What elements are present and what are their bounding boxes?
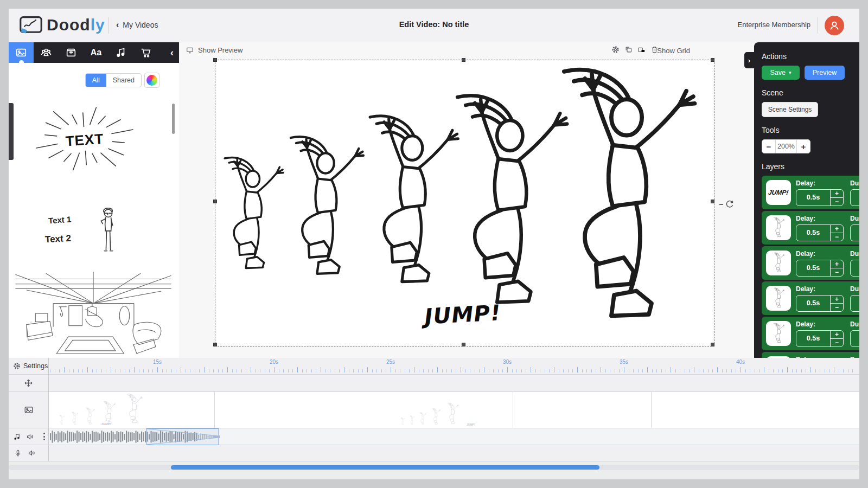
ruler-time-label: 15s [153, 359, 162, 365]
rotate-connector [719, 204, 723, 205]
drawing-canvas[interactable]: JUMP! [216, 61, 713, 345]
zoom-control: − 200% + [762, 139, 810, 153]
asset-text-character[interactable]: Text 1 Text 2 [39, 208, 142, 258]
speaker-icon[interactable] [28, 449, 36, 457]
timeline-voice-track[interactable] [9, 445, 859, 461]
asset-tabbar: Aa ‹ [9, 42, 179, 63]
scene-settings-button[interactable]: Scene Settings [762, 102, 818, 117]
delay-decrement-button[interactable]: − [831, 198, 843, 206]
timeline-scene-track[interactable]: JUMP!JUMP! [9, 392, 859, 428]
user-avatar[interactable] [825, 16, 844, 35]
layer-card[interactable]: Delay: 0.5s + − Duration: 0.5s + − [762, 281, 859, 315]
gear-icon[interactable] [611, 46, 620, 54]
delay-decrement-button[interactable]: − [831, 339, 843, 346]
my-videos-back-link[interactable]: ‹ My Videos [116, 20, 158, 30]
delay-increment-button[interactable]: + [831, 331, 843, 339]
show-grid-toggle[interactable]: Show Grid [657, 47, 690, 55]
speaker-icon[interactable] [26, 433, 34, 441]
track-menu-icon[interactable] [43, 433, 45, 440]
zoom-in-button[interactable]: + [797, 140, 810, 153]
collapsed-side-panel-tab[interactable] [9, 103, 14, 160]
zoom-level-value: 200% [775, 140, 797, 153]
selection-handle-sw[interactable] [213, 343, 217, 346]
filter-shared-button[interactable]: Shared [106, 74, 141, 87]
sidebar-tab-sounds[interactable] [108, 42, 133, 63]
timeline-move-row [9, 375, 859, 392]
zoom-out-button[interactable]: − [762, 140, 775, 153]
delay-increment-button[interactable]: + [831, 260, 843, 268]
canvas-jump-text: JUMP! [423, 300, 503, 329]
delay-decrement-button[interactable]: − [831, 268, 843, 276]
svg-text:JUMP!: JUMP! [101, 422, 111, 426]
selection-handle-e[interactable] [711, 200, 714, 203]
audio-waveform[interactable] [49, 428, 859, 445]
asset-room-scene[interactable] [15, 269, 171, 355]
layer-card[interactable]: Delay: 0.5s + − Duration: 0.5s + − [762, 246, 859, 280]
preview-button[interactable]: Preview [805, 66, 845, 80]
layer-delay-stepper: 0.5s + − [796, 295, 844, 312]
delay-decrement-button[interactable]: − [831, 304, 843, 311]
layers-heading: Layers [762, 162, 859, 171]
timeline-settings-button[interactable]: Settings [9, 358, 49, 374]
filter-all-button[interactable]: All [86, 74, 106, 87]
sidebar-collapse-button[interactable]: ‹ [165, 42, 179, 63]
figure-sketch-icon [770, 252, 787, 274]
rotate-control [719, 200, 735, 209]
delay-increment-button[interactable]: + [831, 225, 843, 233]
layer-card[interactable]: Delay: 0.5s + − Duration: 0.5s + − [762, 317, 859, 350]
svg-text:JUMP!: JUMP! [467, 423, 475, 426]
scene-heading: Scene [762, 88, 859, 97]
timeline-panel: Settings 15s20s25s30s35s40s JUMP!JUMP! [9, 358, 859, 479]
doodly-logo[interactable]: Doodly [18, 15, 105, 35]
layer-delay-value: 0.5s [796, 225, 830, 241]
timeline-music-track[interactable] [9, 428, 859, 445]
sidebar-scrollbar[interactable] [172, 104, 175, 134]
chevron-down-icon: ▾ [789, 70, 792, 75]
show-preview-toggle[interactable]: Show Preview [186, 46, 242, 54]
scrollbar-thumb[interactable] [171, 465, 599, 470]
sidebar-tab-characters[interactable] [34, 42, 59, 63]
layer-thumbnail: JUMP! [766, 180, 791, 205]
layer-thumbnail [766, 321, 791, 346]
resize-icon[interactable] [624, 46, 633, 54]
sidebar-tab-props[interactable] [59, 42, 84, 63]
sidebar-tab-text[interactable]: Aa [84, 42, 108, 63]
ruler-time-label: 30s [503, 359, 512, 365]
right-panel-collapse-button[interactable]: › [744, 52, 754, 68]
move-icon[interactable] [24, 378, 33, 388]
show-preview-label: Show Preview [198, 46, 242, 54]
timeline-scrollbar[interactable] [9, 465, 859, 470]
pip-grid-icon[interactable] [637, 46, 646, 54]
layer-card[interactable]: Delay: 0.5s + − Duration: 0.5s + − [762, 352, 859, 358]
selection-handle-ne[interactable] [711, 58, 714, 62]
layer-duration-stepper: 0.5s + − [850, 224, 859, 241]
layer-thumbnail [766, 215, 791, 240]
selection-handle-n[interactable] [462, 58, 465, 62]
membership-label[interactable]: Enterprise Membership [738, 21, 810, 29]
ruler-time-label: 40s [736, 359, 745, 365]
selection-handle-se[interactable] [711, 343, 714, 346]
image-icon [24, 405, 34, 415]
ruler-time-label: 25s [386, 359, 395, 365]
color-filter-button[interactable] [144, 73, 159, 88]
scene-thumbnails: JUMP!JUMP! [49, 392, 859, 428]
layer-delay-value: 0.5s [796, 296, 830, 311]
timeline-ruler[interactable]: 15s20s25s30s35s40s [49, 358, 859, 374]
header-bar: Doodly ‹ My Videos Edit Video: No title … [9, 9, 859, 42]
sidebar-tab-marketplace[interactable] [133, 42, 158, 63]
save-button[interactable]: Save ▾ [762, 66, 800, 80]
rotate-icon[interactable] [725, 200, 735, 209]
layer-duration-label: Duration: [850, 215, 859, 222]
selection-handle-w[interactable] [213, 200, 217, 203]
delay-increment-button[interactable]: + [831, 190, 843, 198]
layer-delay-value: 0.5s [796, 190, 830, 206]
delay-increment-button[interactable]: + [831, 296, 843, 304]
layer-duration-stepper: 0.5s + − [850, 260, 859, 277]
asset-text-burst[interactable]: TEXT [30, 99, 139, 183]
layer-delay-stepper: 0.5s + − [796, 330, 844, 347]
layer-card[interactable]: JUMP! Delay: 0.5s + − Duration: 0.5s + − [762, 176, 859, 209]
selection-handle-nw[interactable] [213, 58, 217, 62]
delay-decrement-button[interactable]: − [831, 233, 843, 241]
layer-card[interactable]: Delay: 0.5s + − Duration: 0.5s + − [762, 211, 859, 245]
selection-handle-s[interactable] [462, 343, 465, 346]
